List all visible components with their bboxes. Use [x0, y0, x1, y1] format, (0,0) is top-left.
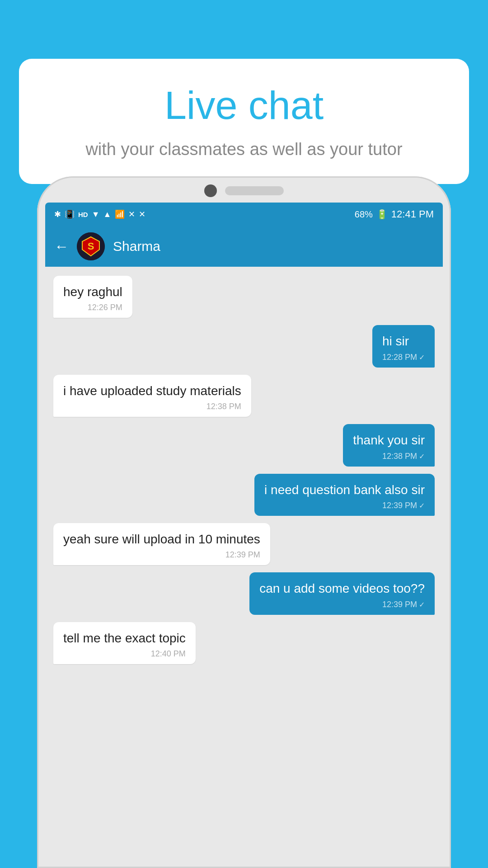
avatar: S [77, 232, 105, 260]
phone-mockup: ✱ 📳 HD ▼ ▲ 📶 ✕ ✕ 68% 🔋 12:41 PM ← [37, 176, 451, 868]
phone-screen: ✱ 📳 HD ▼ ▲ 📶 ✕ ✕ 68% 🔋 12:41 PM ← [45, 203, 443, 850]
msg-text-6: yeah sure will upload in 10 minutes [63, 531, 260, 547]
wifi-icon: ▼ [92, 210, 100, 219]
msg-time-8: 12:40 PM [63, 649, 186, 659]
x-icon1: ✕ [128, 209, 135, 219]
contact-name: Sharma [113, 239, 160, 254]
speech-bubble-card: Live chat with your classmates as well a… [19, 59, 469, 184]
message-4: thank you sir 12:38 PM ✓ [343, 424, 435, 466]
msg-time-5: 12:39 PM ✓ [264, 501, 425, 510]
message-3: i have uploaded study materials 12:38 PM [53, 375, 251, 417]
bubble-title: Live chat [46, 84, 442, 127]
status-bar: ✱ 📳 HD ▼ ▲ 📶 ✕ ✕ 68% 🔋 12:41 PM [45, 203, 443, 226]
status-time: 12:41 PM [391, 208, 434, 220]
vibrate-icon: 📳 [65, 209, 75, 219]
msg-time-6: 12:39 PM [63, 550, 260, 560]
hd-icon: HD [78, 211, 88, 218]
battery-icon: 🔋 [376, 209, 388, 220]
msg-text-4: thank you sir [353, 432, 425, 448]
msg-text-3: i have uploaded study materials [63, 383, 241, 399]
phone-camera-icon [204, 184, 217, 197]
msg-text-5: i need question bank also sir [264, 482, 425, 498]
check-icon: ✓ [419, 600, 425, 609]
phone-speaker [225, 186, 284, 195]
bubble-subtitle: with your classmates as well as your tut… [46, 137, 442, 161]
signal-icon: 📶 [115, 209, 125, 219]
msg-time-2: 12:28 PM ✓ [382, 353, 425, 362]
check-icon: ✓ [419, 452, 425, 461]
bluetooth-icon: ✱ [54, 209, 61, 219]
network-icon: ▲ [103, 210, 112, 219]
chat-body: hey raghul 12:26 PM hi sir 12:28 PM ✓ i … [45, 267, 443, 850]
status-left-icons: ✱ 📳 HD ▼ ▲ 📶 ✕ ✕ [54, 209, 145, 219]
message-6: yeah sure will upload in 10 minutes 12:3… [53, 523, 270, 565]
check-icon: ✓ [419, 353, 425, 362]
chat-header: ← S Sharma [45, 226, 443, 267]
msg-time-3: 12:38 PM [63, 402, 241, 411]
back-button[interactable]: ← [54, 238, 69, 255]
message-7: can u add some videos too?? 12:39 PM ✓ [249, 572, 435, 614]
msg-time-4: 12:38 PM ✓ [353, 452, 425, 461]
svg-text:S: S [88, 241, 94, 252]
check-icon: ✓ [419, 501, 425, 510]
message-2: hi sir 12:28 PM ✓ [372, 325, 435, 367]
msg-time-7: 12:39 PM ✓ [259, 600, 425, 609]
avatar-image: S [77, 232, 105, 260]
message-8: tell me the exact topic 12:40 PM [53, 622, 196, 664]
status-right-icons: 68% 🔋 12:41 PM [355, 208, 434, 220]
battery-percent: 68% [355, 209, 373, 220]
msg-text-8: tell me the exact topic [63, 630, 186, 646]
message-5: i need question bank also sir 12:39 PM ✓ [254, 474, 435, 516]
phone-top-bar [45, 184, 443, 197]
message-1: hey raghul 12:26 PM [53, 276, 132, 318]
x-icon2: ✕ [139, 209, 145, 219]
msg-text-7: can u add some videos too?? [259, 580, 425, 597]
msg-time-1: 12:26 PM [63, 303, 122, 312]
msg-text-1: hey raghul [63, 284, 122, 300]
msg-text-2: hi sir [382, 333, 425, 349]
